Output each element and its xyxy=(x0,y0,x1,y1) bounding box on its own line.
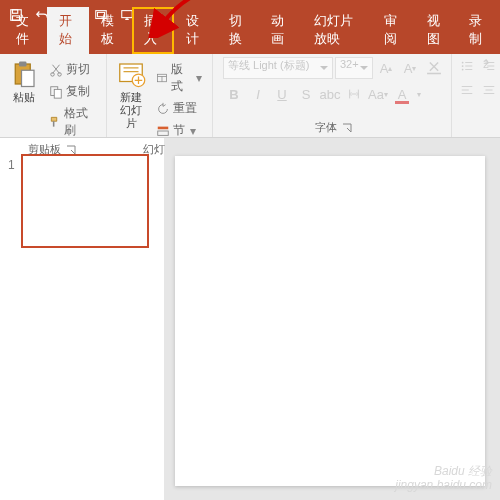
tab-transition[interactable]: 切换 xyxy=(217,7,260,54)
layout-icon xyxy=(156,71,168,85)
group-font: 等线 Light (标题) 32+ A▴ A▾ B I U S abc Aa▾ … xyxy=(213,54,452,137)
align-center-button[interactable] xyxy=(480,81,498,99)
increase-font-icon[interactable]: A▴ xyxy=(375,57,397,79)
svg-rect-17 xyxy=(157,131,168,135)
dialog-launcher-icon[interactable] xyxy=(341,122,353,134)
new-slide-label: 新建 幻灯片 xyxy=(115,91,148,130)
svg-point-19 xyxy=(462,65,464,67)
content-area: 1 xyxy=(0,138,500,500)
bullets-button[interactable] xyxy=(458,57,476,75)
tab-slideshow[interactable]: 幻灯片放映 xyxy=(302,7,372,54)
dialog-launcher-icon[interactable] xyxy=(65,144,77,156)
clipboard-group-label: 剪贴板 xyxy=(28,141,61,158)
shadow-button[interactable]: abc xyxy=(321,85,339,103)
tab-insert[interactable]: 插入 xyxy=(132,7,175,54)
svg-point-18 xyxy=(462,62,464,64)
tab-file[interactable]: 文件 xyxy=(4,7,47,54)
new-slide-icon xyxy=(116,59,146,89)
slide-thumbnail[interactable] xyxy=(21,154,149,248)
svg-text:2: 2 xyxy=(483,59,489,70)
ribbon: 粘贴 剪切 复制 格式刷 剪贴板 新建 幻灯片 版式▾ 重置 节▾ 幻灯片 xyxy=(0,54,500,138)
thumbnail-panel: 1 xyxy=(0,138,165,500)
reset-icon xyxy=(156,102,170,116)
tab-design[interactable]: 设计 xyxy=(174,7,217,54)
tab-record[interactable]: 录制 xyxy=(457,7,500,54)
align-left-button[interactable] xyxy=(458,81,476,99)
group-clipboard: 粘贴 剪切 复制 格式刷 剪贴板 xyxy=(0,54,107,137)
new-slide-button[interactable]: 新建 幻灯片 xyxy=(113,57,150,132)
font-group-label: 字体 xyxy=(315,119,337,136)
reset-button[interactable]: 重置 xyxy=(152,98,206,119)
svg-rect-12 xyxy=(54,89,61,98)
section-icon xyxy=(156,124,170,138)
italic-button[interactable]: I xyxy=(249,85,267,103)
numbering-button[interactable]: 12 xyxy=(480,57,498,75)
paste-label: 粘贴 xyxy=(13,91,35,104)
ribbon-tabs: 文件 开始 模板 插入 设计 切换 动画 幻灯片放映 审阅 视图 录制 xyxy=(0,29,500,54)
change-case-button[interactable]: Aa▾ xyxy=(369,85,387,103)
char-spacing-button[interactable] xyxy=(345,85,363,103)
slide-editor-area xyxy=(165,138,500,500)
group-paragraph: 12 xyxy=(452,54,500,137)
strikethrough-button[interactable]: S xyxy=(297,85,315,103)
layout-button[interactable]: 版式▾ xyxy=(152,59,206,97)
brush-icon xyxy=(49,115,61,129)
svg-rect-7 xyxy=(19,62,27,67)
format-painter-button[interactable]: 格式刷 xyxy=(45,103,100,141)
tab-home[interactable]: 开始 xyxy=(47,7,90,54)
bold-button[interactable]: B xyxy=(225,85,243,103)
watermark: Baidu 经验 jingyan.baidu.com xyxy=(395,464,492,492)
underline-button[interactable]: U xyxy=(273,85,291,103)
tab-view[interactable]: 视图 xyxy=(415,7,458,54)
paste-icon xyxy=(9,59,39,89)
clear-format-icon[interactable] xyxy=(423,57,445,79)
slide-canvas[interactable] xyxy=(175,156,485,486)
font-family-select[interactable]: 等线 Light (标题) xyxy=(223,57,333,79)
cut-icon xyxy=(49,63,63,77)
svg-rect-8 xyxy=(22,70,35,86)
font-color-button[interactable]: A xyxy=(393,85,411,103)
svg-point-20 xyxy=(462,69,464,71)
tab-template[interactable]: 模板 xyxy=(89,7,132,54)
tab-animation[interactable]: 动画 xyxy=(259,7,302,54)
copy-button[interactable]: 复制 xyxy=(45,81,100,102)
svg-rect-16 xyxy=(157,126,168,129)
group-slides: 新建 幻灯片 版式▾ 重置 节▾ 幻灯片 xyxy=(107,54,213,137)
cut-button[interactable]: 剪切 xyxy=(45,59,100,80)
paste-button[interactable]: 粘贴 xyxy=(6,57,43,106)
font-size-select[interactable]: 32+ xyxy=(335,57,373,79)
copy-icon xyxy=(49,85,63,99)
slide-number: 1 xyxy=(8,154,15,248)
decrease-font-icon[interactable]: A▾ xyxy=(399,57,421,79)
tab-review[interactable]: 审阅 xyxy=(372,7,415,54)
